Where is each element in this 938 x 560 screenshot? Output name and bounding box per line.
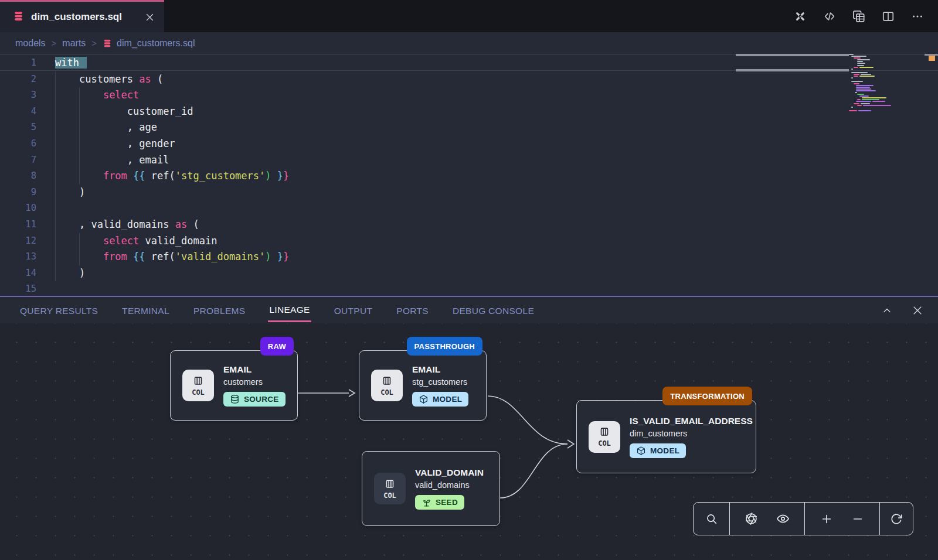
code-line-11: 11 , valid_domains as ( <box>0 217 938 233</box>
close-tab-icon[interactable] <box>145 12 155 22</box>
line-number: 14 <box>0 265 36 282</box>
line-number: 8 <box>0 168 36 185</box>
line-number: 13 <box>0 249 36 265</box>
cube-icon <box>636 446 646 456</box>
panel-actions <box>879 303 938 318</box>
code-line-14: 14 ) <box>0 265 938 282</box>
scrollbar-annotation-marker <box>929 56 935 61</box>
minus-icon[interactable] <box>848 509 868 529</box>
line-number: 11 <box>0 217 36 233</box>
breadcrumb-separator: > <box>52 38 57 48</box>
database-icon <box>230 394 240 404</box>
lineage-canvas[interactable]: RAW COL EMAIL customers SOURCE PASSTHROU… <box>0 323 938 560</box>
column-tile: COL <box>589 421 620 453</box>
breadcrumb-file[interactable]: dim_customers.sql <box>103 38 195 49</box>
column-tile-label: COL <box>380 388 393 397</box>
code-line-3: 3 select <box>0 87 938 104</box>
app-window: dim_customers.sql models>marts> dim_cust… <box>0 0 938 560</box>
eye-icon[interactable] <box>773 509 793 529</box>
aperture-icon[interactable] <box>742 509 762 529</box>
node-type-badge: PASSTHROUGH <box>407 337 482 356</box>
code-line-4: 4 customer_id <box>0 104 938 120</box>
arrowhead-icon <box>349 390 355 397</box>
collapse-panel-icon[interactable] <box>879 303 895 318</box>
toolbar-group <box>730 503 805 535</box>
line-number: 10 <box>0 200 36 217</box>
node-title: EMAIL <box>412 364 468 375</box>
code-icon[interactable] <box>822 9 837 24</box>
columns-icon <box>192 375 205 388</box>
panel-tab-query-results[interactable]: QUERY RESULTS <box>19 299 99 322</box>
tab-bar-spacer <box>164 0 793 32</box>
node-tag-model: MODEL <box>630 443 686 458</box>
code-line-2: 2 customers as ( <box>0 71 938 88</box>
close-panel-icon[interactable] <box>910 303 925 318</box>
line-number: 4 <box>0 104 36 120</box>
line-number: 2 <box>0 71 36 88</box>
code-line-13: 13 from {{ ref('valid_domains') }} <box>0 249 938 265</box>
panel-tab-output[interactable]: OUTPUT <box>333 299 374 322</box>
column-tile: COL <box>371 370 403 401</box>
line-number: 15 <box>0 281 36 296</box>
node-subtitle: dim_customers <box>630 429 753 438</box>
tab-dim-customers[interactable]: dim_customers.sql <box>0 0 164 32</box>
node-title: EMAIL <box>223 364 286 375</box>
columns-icon <box>383 478 396 491</box>
line-number: 7 <box>0 152 36 169</box>
column-tile-label: COL <box>383 491 396 500</box>
lineage-edge <box>488 396 567 444</box>
database-icon <box>13 11 24 24</box>
code-line-12: 12 select valid_domain <box>0 233 938 250</box>
line-number: 5 <box>0 119 36 136</box>
columns-icon <box>598 426 611 439</box>
lineage-node-customers[interactable]: RAW COL EMAIL customers SOURCE <box>170 350 298 421</box>
lineage-node-valid_domains[interactable]: COL VALID_DOMAIN valid_domains SEED <box>362 451 500 526</box>
code-editor[interactable]: 1with2 customers as (3 select4 customer_… <box>0 54 938 296</box>
refresh-icon[interactable] <box>886 509 906 529</box>
code-line-9: 9 ) <box>0 185 938 201</box>
bottom-panel-header: QUERY RESULTSTERMINALPROBLEMSLINEAGEOUTP… <box>0 296 938 323</box>
panel-tab-debug-console[interactable]: DEBUG CONSOLE <box>451 299 535 322</box>
toolbar-group <box>805 503 880 535</box>
line-number: 6 <box>0 136 36 152</box>
column-tile-label: COL <box>192 388 205 397</box>
plus-icon[interactable] <box>817 509 837 529</box>
toolbar-group <box>880 503 913 535</box>
search-icon[interactable] <box>702 509 722 529</box>
copy-table-icon[interactable] <box>851 9 866 24</box>
node-subtitle: valid_domains <box>415 480 484 490</box>
node-tag-source: SOURCE <box>223 392 286 407</box>
line-number: 12 <box>0 233 36 250</box>
panel-tab-ports[interactable]: PORTS <box>395 299 430 322</box>
node-title: IS_VALID_EMAIL_ADDRESS <box>630 416 753 426</box>
code-line-6: 6 , gender <box>0 136 938 152</box>
editor-tab-bar: dim_customers.sql <box>0 0 938 32</box>
panel-tab-problems[interactable]: PROBLEMS <box>192 299 247 322</box>
breadcrumb-segment-models[interactable]: models <box>15 38 46 49</box>
dbt-logo-icon[interactable] <box>793 9 808 24</box>
arrowhead-icon <box>567 440 574 448</box>
code-line-7: 7 , email <box>0 152 938 169</box>
more-icon[interactable] <box>910 9 925 24</box>
breadcrumb-segment-marts[interactable]: marts <box>62 38 86 49</box>
code-line-8: 8 from {{ ref('stg_customers') }} <box>0 168 938 185</box>
code-line-15: 15 <box>0 281 938 296</box>
lineage-node-stg_customers[interactable]: PASSTHROUGH COL EMAIL stg_customers MODE… <box>359 350 487 421</box>
column-tile-label: COL <box>598 439 611 448</box>
lineage-node-dim_customers[interactable]: TRANSFORMATION COL IS_VALID_EMAIL_ADDRES… <box>576 400 756 473</box>
code-line-5: 5 , age <box>0 119 938 136</box>
seedling-icon <box>422 497 431 507</box>
node-type-badge: RAW <box>260 337 294 356</box>
minimap[interactable] <box>849 54 915 112</box>
line-number: 3 <box>0 87 36 104</box>
panel-tab-lineage[interactable]: LINEAGE <box>268 298 311 322</box>
editor-actions <box>793 0 938 32</box>
node-subtitle: stg_customers <box>412 377 468 387</box>
toolbar-group <box>694 503 730 535</box>
node-title: VALID_DOMAIN <box>415 467 484 478</box>
panel-tab-terminal[interactable]: TERMINAL <box>121 299 171 322</box>
split-editor-icon[interactable] <box>881 9 896 24</box>
node-type-badge: TRANSFORMATION <box>662 387 752 405</box>
minimap-selection-marker <box>736 69 849 71</box>
database-icon <box>103 39 112 48</box>
